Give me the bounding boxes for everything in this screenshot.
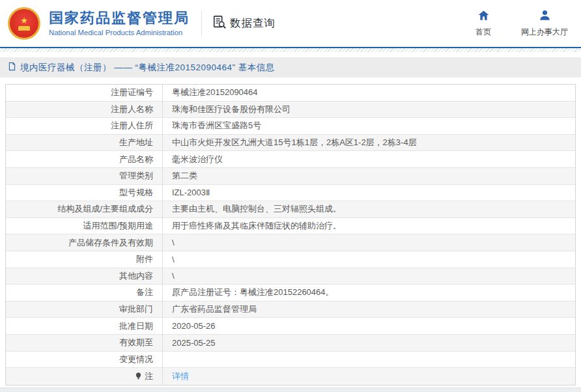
row-value-text: \ xyxy=(172,271,175,281)
row-value-text: 珠海和佳医疗设备股份有限公司 xyxy=(172,104,290,115)
row-label: 变更情况 xyxy=(6,352,163,368)
row-label: 注 xyxy=(6,368,163,385)
row-value-text: IZL-2003Ⅱ xyxy=(172,188,210,197)
row-value: \ xyxy=(163,251,575,268)
row-label-text: 审批部门 xyxy=(119,303,153,315)
table-row: 适用范围/预期用途 用于癌性疼痛及其临床伴随症状的辅助治疗。 xyxy=(6,218,575,235)
table-row: 生产地址 中山市火炬开发区九洲大道15号1栋1层，2栋A区1-2层，2栋3-4层 xyxy=(6,135,575,152)
registration-info-table: 注册证编号 粤械注准20152090464 注册人名称 珠海和佳医疗设备股份有限… xyxy=(5,84,576,385)
row-label-text: 适用范围/预期用途 xyxy=(83,220,153,232)
row-value: 详情 xyxy=(163,368,575,385)
row-value: 中山市火炬开发区九洲大道15号1栋1层，2栋A区1-2层，2栋3-4层 xyxy=(163,135,575,151)
row-label-text: 管理类别 xyxy=(119,170,153,182)
row-label-text: 批准日期 xyxy=(119,320,153,332)
row-label: 注册人住所 xyxy=(6,118,163,134)
row-label: 备注 xyxy=(6,285,163,301)
row-value-text: 中山市火炬开发区九洲大道15号1栋1层，2栋A区1-2层，2栋3-4层 xyxy=(172,137,417,148)
row-value-text: 广东省药品监督管理局 xyxy=(172,303,257,315)
row-label-text: 产品名称 xyxy=(119,154,153,165)
row-value-text: 2025-05-25 xyxy=(172,338,216,348)
header-nav: 首页 网上办事大厅 xyxy=(468,9,574,38)
row-value: 主要由主机、电脑控制台、三对辐照头组成。 xyxy=(163,201,575,217)
row-label-text: 变更情况 xyxy=(119,354,153,365)
row-value: 珠海和佳医疗设备股份有限公司 xyxy=(163,102,575,118)
lightbulb-icon xyxy=(134,372,143,380)
row-value: 毫米波治疗仪 xyxy=(163,151,575,167)
nav-service-hall-label: 网上办事大厅 xyxy=(521,27,568,38)
table-row: 型号规格 IZL-2003Ⅱ xyxy=(6,185,575,202)
home-icon xyxy=(477,9,490,24)
row-label-text: 注册人住所 xyxy=(111,120,153,132)
row-label-text: 生产地址 xyxy=(119,137,153,148)
row-value: 2020-05-26 xyxy=(163,318,575,334)
table-row: 注 详情 xyxy=(6,368,575,385)
national-emblem-logo: ★ xyxy=(8,7,40,40)
table-row: 管理类别 第二类 xyxy=(6,168,575,185)
page-header: ★ 国家药品监督管理局 National Medical Products Ad… xyxy=(0,0,581,47)
details-link[interactable]: 详情 xyxy=(172,371,189,382)
row-value: 用于癌性疼痛及其临床伴随症状的辅助治疗。 xyxy=(163,218,575,234)
table-row: 注册人名称 珠海和佳医疗设备股份有限公司 xyxy=(6,102,575,119)
nav-home-label: 首页 xyxy=(475,27,491,38)
row-label: 适用范围/预期用途 xyxy=(6,218,163,234)
row-label-text: 结构及组成/主要组成成分 xyxy=(57,203,153,215)
table-row: 其他内容 \ xyxy=(6,268,575,285)
org-title-block: 国家药品监督管理局 National Medical Products Admi… xyxy=(49,10,190,38)
page-title: 境内医疗器械（注册） —— “粤械注准20152090464” 基本信息 xyxy=(20,62,275,74)
row-value-text: 主要由主机、电脑控制台、三对辐照头组成。 xyxy=(172,203,341,215)
table-row: 附件 \ xyxy=(6,251,575,268)
table-row: 审批部门 广东省药品监督管理局 xyxy=(6,301,575,318)
table-row: 注册人住所 珠海市香洲区宝盛路5号 xyxy=(6,118,575,135)
row-value: 2025-05-25 xyxy=(163,335,575,351)
emblem-gate-icon xyxy=(18,26,30,31)
page-doc-icon xyxy=(8,62,16,74)
row-value-text: 珠海市香洲区宝盛路5号 xyxy=(172,120,261,132)
row-value: 广东省药品监督管理局 xyxy=(163,301,575,318)
table-row: 注册证编号 粤械注准20152090464 xyxy=(6,85,575,102)
row-value xyxy=(163,352,575,368)
row-value-text: 毫米波治疗仪 xyxy=(172,154,223,165)
row-label-text: 产品储存条件及有效期 xyxy=(68,237,153,249)
row-value: \ xyxy=(163,268,575,285)
row-label: 注册人名称 xyxy=(6,102,163,118)
row-label: 审批部门 xyxy=(6,301,163,318)
row-label: 生产地址 xyxy=(6,135,163,151)
hatch-pattern-band xyxy=(0,48,581,52)
row-label: 产品名称 xyxy=(6,151,163,167)
row-value-text: 用于癌性疼痛及其临床伴随症状的辅助治疗。 xyxy=(172,220,341,232)
row-label: 附件 xyxy=(6,251,163,268)
row-label: 有效期至 xyxy=(6,335,163,351)
row-label: 注册证编号 xyxy=(6,85,163,101)
row-label-text: 型号规格 xyxy=(119,187,153,199)
row-value: 粤械注准20152090464 xyxy=(163,85,575,101)
row-value: 珠海市香洲区宝盛路5号 xyxy=(163,118,575,134)
row-label-text: 其他内容 xyxy=(119,270,153,282)
breadcrumb: 境内医疗器械（注册） —— “粤械注准20152090464” 基本信息 xyxy=(0,57,581,77)
row-value: IZL-2003Ⅱ xyxy=(163,185,575,201)
table-row: 批准日期 2020-05-26 xyxy=(6,318,575,335)
org-name: 国家药品监督管理局 xyxy=(49,10,190,27)
row-label: 其他内容 xyxy=(6,268,163,285)
row-value-text: 第二类 xyxy=(172,170,197,182)
table-row: 备注 原产品注册证号：粤械注准20152260464。 xyxy=(6,285,575,301)
table-row: 产品储存条件及有效期 \ xyxy=(6,234,575,251)
row-label-text: 有效期至 xyxy=(119,337,153,348)
row-label-text: 注册人名称 xyxy=(111,104,153,115)
data-query-section[interactable]: 数据查询 xyxy=(212,15,276,32)
row-value-text: 2020-05-26 xyxy=(172,321,216,331)
row-value: 第二类 xyxy=(163,168,575,184)
row-label-text: 附件 xyxy=(136,253,153,265)
row-value: 原产品注册证号：粤械注准20152260464。 xyxy=(163,285,575,301)
nav-item-home[interactable]: 首页 xyxy=(468,9,499,38)
user-icon xyxy=(539,9,551,24)
row-label-text: 备注 xyxy=(136,287,153,298)
row-label-text: 注册证编号 xyxy=(111,87,153,98)
table-row: 有效期至 2025-05-25 xyxy=(6,335,575,352)
row-label: 型号规格 xyxy=(6,185,163,201)
table-row: 结构及组成/主要组成成分 主要由主机、电脑控制台、三对辐照头组成。 xyxy=(6,201,575,218)
row-value-text: 粤械注准20152090464 xyxy=(172,87,258,98)
data-query-label: 数据查询 xyxy=(230,16,276,31)
document-search-icon xyxy=(212,15,227,32)
row-value-text: \ xyxy=(172,238,175,247)
nav-item-service-hall[interactable]: 网上办事大厅 xyxy=(521,9,568,38)
